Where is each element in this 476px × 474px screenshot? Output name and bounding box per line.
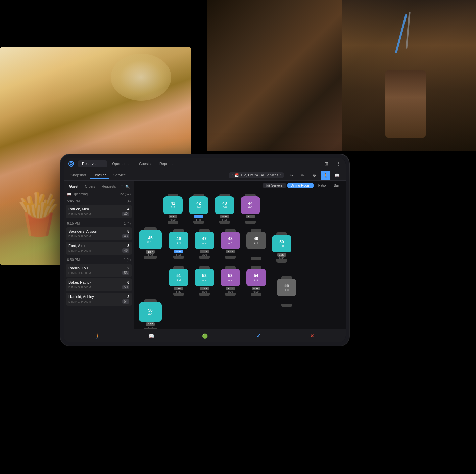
- tablet: Reservations Operations Guests Reports ⊞…: [60, 154, 349, 346]
- res-location-baker: DINING ROOM: [68, 286, 91, 289]
- close-bottom-icon[interactable]: ✕: [307, 331, 317, 341]
- time-slot-615: 6:15 PM 1 (4): [64, 220, 134, 227]
- edit-icon[interactable]: ✏: [298, 171, 307, 180]
- table-53[interactable]: 53 1-2 1:17 6:30: [221, 266, 240, 296]
- walk-bottom-icon[interactable]: 🚶: [92, 331, 102, 341]
- table-45[interactable]: 45 8-10 1:57 7:30: [139, 227, 162, 259]
- left-panel: Guest Orders Requests ⊞ 🔍 📖 Upcoming 22 …: [64, 181, 134, 329]
- count-545: 1 (4): [124, 199, 131, 203]
- res-count-hatfield: 2: [127, 295, 129, 299]
- next-date-icon[interactable]: ›: [280, 173, 281, 177]
- settings-icon[interactable]: ⚙: [310, 171, 319, 180]
- reservation-item-patrick[interactable]: Patrick, Mira 4 DINING ROOM 42: [66, 205, 132, 218]
- time-545: 5:45 PM: [67, 199, 80, 203]
- reservation-item-ford[interactable]: Ford, Almer 3 DINING ROOM 46: [66, 242, 132, 255]
- res-location-hatfield: DINING ROOM: [68, 300, 91, 303]
- table-44[interactable]: 44 6-8 1:21: [241, 194, 260, 224]
- count-630: 1 (4): [124, 258, 131, 262]
- time-630: 6:30 PM: [67, 258, 80, 262]
- reservation-item-baker[interactable]: Baker, Patrick 6 DINING ROOM 50: [66, 278, 132, 291]
- table-48[interactable]: 48 1-4 1:32: [221, 229, 240, 259]
- res-name-ford: Ford, Almer: [68, 244, 88, 248]
- book-bottom-icon[interactable]: 📖: [146, 331, 156, 341]
- res-table-baker: 50: [122, 285, 129, 289]
- sub-nav-bar: Snapshot Timeline Service ‹ 📅 Tue, Oct 2…: [64, 170, 346, 181]
- panel-tab-orders[interactable]: Orders: [82, 183, 98, 190]
- res-table-hatfield: 54: [122, 299, 129, 304]
- room-tab-patio[interactable]: Patio: [315, 183, 329, 188]
- table-49[interactable]: 49 1-4: [246, 229, 266, 260]
- table-52[interactable]: 52 1-2 0:48 6:30: [195, 266, 214, 296]
- table-46[interactable]: 46 1-4 0:58 6:15: [169, 229, 188, 259]
- server-icon: 🍽: [266, 184, 270, 187]
- upcoming-label: Upcoming: [73, 192, 88, 196]
- res-location-ford: DINING ROOM: [68, 249, 91, 252]
- reservation-item-padilla[interactable]: Padilla, Lou 2 DINING ROOM 53: [66, 264, 132, 277]
- sub-tab-snapshot[interactable]: Snapshot: [68, 172, 89, 179]
- count-615: 1 (4): [124, 222, 131, 225]
- nav-tab-reports[interactable]: Reports: [155, 160, 177, 167]
- time-615: 6:15 PM: [67, 222, 80, 225]
- res-table-padilla: 53: [122, 271, 129, 275]
- res-name-saunders: Saunders, Alyson: [68, 229, 97, 233]
- upcoming-book-icon: 📖: [67, 192, 71, 196]
- table-56[interactable]: 56 6-8 0:57 7:15: [139, 299, 162, 329]
- res-name-baker: Baker, Patrick: [68, 280, 91, 284]
- panel-tab-guest[interactable]: Guest: [66, 183, 81, 190]
- res-count-patrick: 4: [127, 207, 129, 211]
- calendar-icon: 📅: [235, 173, 239, 177]
- res-count-padilla: 2: [127, 266, 129, 270]
- servers-label: Servers: [271, 184, 282, 187]
- more-icon[interactable]: ⋮: [334, 159, 343, 169]
- check-bottom-icon[interactable]: ✓: [253, 331, 264, 341]
- filter-icon[interactable]: ⊞: [120, 185, 123, 189]
- photo-chef: [207, 0, 476, 151]
- prev-date-icon[interactable]: ‹: [231, 173, 232, 177]
- res-count-saunders: 5: [127, 229, 129, 233]
- table-42[interactable]: 42 1-4 1:16 5:45: [189, 194, 208, 224]
- nav-tab-reservations[interactable]: Reservations: [78, 160, 107, 167]
- res-table-ford: 46: [122, 248, 129, 253]
- sub-tab-service[interactable]: Service: [111, 172, 129, 179]
- room-tab-bar[interactable]: Bar: [330, 183, 342, 188]
- table-54[interactable]: 54 1-2 0:18 6:30: [246, 266, 266, 296]
- nav-tab-guests[interactable]: Guests: [135, 160, 155, 167]
- clock-bottom-icon[interactable]: 🟢: [200, 331, 210, 341]
- arrows-icon[interactable]: ⇔: [287, 171, 296, 180]
- nav-tab-operations[interactable]: Operations: [108, 160, 134, 167]
- panel-tab-requests[interactable]: Requests: [99, 183, 118, 190]
- grid-icon[interactable]: ⊞: [322, 159, 331, 169]
- date-navigator[interactable]: ‹ 📅 Tue, Oct 24 · All Services ›: [229, 172, 284, 178]
- book-nav-icon[interactable]: 📖: [332, 171, 342, 180]
- top-nav-bar: Reservations Operations Guests Reports ⊞…: [64, 158, 346, 170]
- res-count-ford: 3: [127, 244, 129, 248]
- walk-person-icon[interactable]: 🚶: [321, 171, 330, 180]
- sub-tab-timeline[interactable]: Timeline: [90, 172, 109, 179]
- res-table-saunders: 43: [122, 234, 129, 238]
- table-43[interactable]: 43 6-8 0:57 6:15: [215, 194, 234, 224]
- time-slot-545: 5:45 PM 1 (4): [64, 198, 134, 204]
- upcoming-count: 22 (67): [120, 192, 131, 196]
- reservation-item-hatfield[interactable]: Hatfield, Ashley 2 DINING ROOM 54: [66, 293, 132, 306]
- time-slot-630: 6:30 PM 1 (4): [64, 257, 134, 263]
- date-label: Tue, Oct 24 · All Services: [241, 173, 278, 177]
- res-count-baker: 6: [127, 280, 129, 284]
- reservation-item-saunders[interactable]: Saunders, Alyson 5 DINING ROOM 43: [66, 227, 132, 240]
- table-55[interactable]: 55 6-8: [277, 276, 296, 307]
- app-logo: [66, 159, 76, 169]
- bottom-bar: 🚶 📖 🟢 ✓ ✕: [64, 329, 346, 342]
- table-50[interactable]: 50 6-8 1:27 6:30: [272, 232, 291, 263]
- res-name-padilla: Padilla, Lou: [68, 266, 88, 270]
- search-icon[interactable]: 🔍: [125, 185, 130, 189]
- res-name-hatfield: Hatfield, Ashley: [68, 295, 94, 299]
- table-51[interactable]: 51 1-2 1:02 6:30: [169, 266, 188, 296]
- room-tab-dining[interactable]: Dining Room: [287, 183, 314, 188]
- res-table-patrick: 42: [122, 212, 129, 216]
- servers-button[interactable]: 🍽 Servers: [263, 183, 286, 188]
- floor-map-panel: 🍽 Servers Dining Room Patio Bar 41: [134, 181, 346, 329]
- res-name-patrick: Patrick, Mira: [68, 207, 89, 211]
- table-47[interactable]: 47 1-2 0:22 7:30: [195, 229, 214, 259]
- table-41[interactable]: 41 1-4 0:32 6:30: [163, 194, 183, 224]
- res-location-padilla: DINING ROOM: [68, 271, 91, 275]
- res-location-saunders: DINING ROOM: [68, 235, 91, 238]
